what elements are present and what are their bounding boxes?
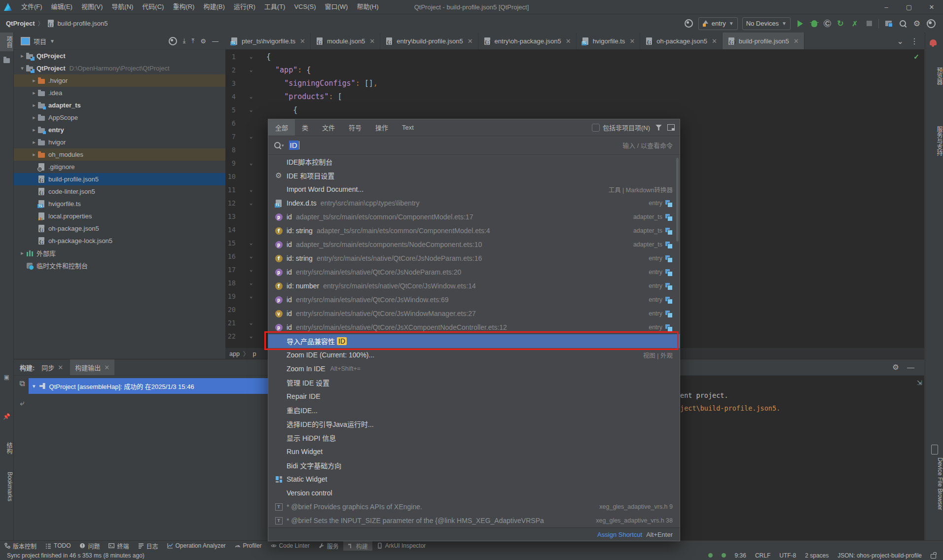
build-tab-同步[interactable]: 同步✕: [36, 359, 68, 375]
menu-item-帮助(H)[interactable]: 帮助(H): [352, 0, 383, 14]
close-tab-icon[interactable]: ✕: [369, 37, 375, 45]
tree-item-oh_modules[interactable]: ▸oh_modules: [14, 148, 225, 161]
tree-item-adapter_ts[interactable]: ▸adapter_ts: [14, 99, 225, 111]
tool-button-Operation-Analyzer[interactable]: Operation Analyzer: [163, 541, 230, 551]
close-tab-icon[interactable]: ✕: [104, 364, 109, 371]
fold-marker-icon[interactable]: ⌄: [236, 319, 266, 326]
editor-tab-oh-package.json5[interactable]: {;}oh-package.json5✕: [640, 33, 723, 49]
stop-button[interactable]: [864, 19, 874, 29]
tree-chevron-icon[interactable]: ▸: [19, 250, 26, 256]
editor-tab-module.json5[interactable]: {;}module.json5✕: [311, 33, 380, 49]
tree-chevron-icon[interactable]: ▸: [31, 127, 37, 133]
settings-gear-icon[interactable]: ⚙: [912, 19, 922, 29]
search-result-row[interactable]: 选择IDE的引导Java运行时...: [268, 417, 680, 431]
tree-item-.idea[interactable]: ▸.idea: [14, 87, 225, 99]
tool-button-Profiler[interactable]: Profiler: [230, 541, 266, 551]
module-selector[interactable]: entry▼: [698, 17, 738, 30]
account-icon[interactable]: [926, 19, 936, 29]
close-tab-icon[interactable]: ✕: [794, 37, 799, 45]
search-result-row[interactable]: videntry/src/main/ets/native/QtCore/JsWi…: [268, 307, 680, 320]
fold-marker-icon[interactable]: ⌄: [236, 186, 266, 193]
inspections-ok-icon[interactable]: ✓: [913, 53, 919, 61]
tool-button-日志[interactable]: 日志: [134, 541, 163, 551]
profiler-button[interactable]: C: [824, 20, 831, 27]
search-field[interactable]: ▾ ID 输入 / 以查看命令: [268, 136, 680, 155]
search-tab-Text[interactable]: Text: [395, 119, 421, 136]
menu-item-运行(R)[interactable]: 运行(R): [229, 0, 260, 14]
tool-button-ArkUI-Inspector[interactable]: ArkUI Inspector: [372, 541, 431, 551]
tree-item-QtProject[interactable]: ▸QtProject: [14, 50, 225, 62]
pin-icon[interactable]: 📌: [0, 411, 13, 422]
assign-shortcut-link[interactable]: Assign Shortcut: [597, 531, 642, 538]
tool-button-服务[interactable]: 服务: [314, 541, 343, 551]
tree-chevron-icon[interactable]: ▸: [31, 102, 37, 108]
search-result-row[interactable]: 重启IDE...: [268, 403, 680, 417]
project-panel-title[interactable]: 项目▼: [21, 36, 55, 46]
console-scroll-icon[interactable]: ⇲: [917, 379, 922, 386]
device-manager-icon[interactable]: [883, 19, 893, 29]
code-line[interactable]: 5⌄ {: [225, 103, 924, 116]
tool-button-终端[interactable]: 终端: [104, 541, 133, 551]
breadcrumb-app[interactable]: app: [229, 350, 240, 357]
indent-style[interactable]: 2 spaces: [805, 552, 829, 559]
stop-app-button[interactable]: ✗: [850, 19, 860, 29]
tree-item-code-linter.json5[interactable]: {;}code-linter.json5: [14, 185, 225, 198]
search-tab-类[interactable]: 类: [295, 119, 315, 136]
search-result-row[interactable]: Import Word Document...工具 | Markdown转换器: [268, 182, 680, 196]
search-tab-操作[interactable]: 操作: [368, 119, 395, 136]
menu-item-视图(V)[interactable]: 视图(V): [77, 0, 107, 14]
search-result-row[interactable]: pidadapter_ts/src/main/ets/components/No…: [268, 238, 680, 251]
file-type-schema[interactable]: JSON: ohos-project-build-profile: [837, 552, 922, 559]
close-button[interactable]: ✕: [920, 0, 943, 14]
menu-item-代码(C)[interactable]: 代码(C): [138, 0, 168, 14]
search-result-row[interactable]: pidentry/src/main/ets/native/QtCore/JsNo…: [268, 265, 680, 279]
fold-marker-icon[interactable]: ⌄: [236, 240, 266, 246]
expand-all-icon[interactable]: ⤓: [183, 37, 186, 45]
fold-marker-icon[interactable]: ⌄: [236, 106, 266, 113]
search-result-row[interactable]: Static Widget: [268, 472, 680, 486]
breadcrumb-file[interactable]: build-profile.json5: [58, 20, 108, 27]
line-separator[interactable]: CRLF: [755, 552, 770, 559]
file-encoding[interactable]: UTF-8: [779, 552, 796, 559]
editor-tab-pter-ts-hvigorfile.ts[interactable]: TSpter_ts\hvigorfile.ts✕: [225, 33, 311, 49]
fold-marker-icon[interactable]: ⌄: [236, 293, 266, 299]
export-icon[interactable]: ⧉: [19, 379, 25, 388]
search-result-row[interactable]: T* @brief Sets the INPUT_SIZE parameter …: [268, 514, 680, 527]
open-tool-icon[interactable]: ▣: [0, 372, 13, 383]
search-result-row[interactable]: fid: numberentry/src/main/ets/native/QtC…: [268, 279, 680, 293]
fold-marker-icon[interactable]: ⌄: [236, 266, 266, 273]
tree-chevron-icon[interactable]: ▸: [19, 53, 26, 59]
close-tab-icon[interactable]: ✕: [629, 37, 635, 45]
search-everywhere-icon[interactable]: [898, 19, 907, 29]
debug-button[interactable]: [809, 19, 819, 29]
tool-button-版本控制[interactable]: 版本控制: [0, 541, 41, 551]
hidden-tabs-chevron-icon[interactable]: ⌄: [897, 36, 904, 46]
tool-button-Code-Linter[interactable]: Code Linter: [266, 541, 314, 551]
fold-marker-icon[interactable]: ⌄: [236, 160, 266, 166]
fold-marker-icon[interactable]: ⌄: [236, 280, 266, 286]
sidebar-tab-device-file-browser[interactable]: Device File Browser: [925, 457, 943, 510]
search-result-row[interactable]: IDE脚本控制台: [268, 155, 680, 169]
tree-item-entry[interactable]: ▸entry: [14, 124, 225, 136]
search-result-row[interactable]: Bidi 文字基础方向: [268, 458, 680, 472]
open-in-window-icon[interactable]: [667, 124, 675, 131]
menu-item-文件(F)[interactable]: 文件(F): [17, 0, 47, 14]
device-selector[interactable]: No Devices▼: [742, 17, 791, 30]
locate-file-icon[interactable]: [169, 37, 177, 45]
tree-chevron-icon[interactable]: ▸: [31, 114, 37, 121]
menu-item-窗口(W)[interactable]: 窗口(W): [321, 0, 353, 14]
search-result-row[interactable]: T* @brief Provides graphics APIs of XEng…: [268, 500, 680, 514]
search-result-row[interactable]: fid: stringadapter_ts/src/main/ets/commo…: [268, 224, 680, 238]
hide-panel-icon[interactable]: —: [212, 37, 218, 45]
search-result-row[interactable]: 显示 HiDPI 信息: [268, 431, 680, 445]
close-tab-icon[interactable]: ✕: [58, 364, 63, 371]
search-tab-全部[interactable]: 全部: [268, 119, 295, 136]
search-query[interactable]: ID: [289, 140, 298, 150]
build-result-row[interactable]: ▾ QtProject [assembleHap]: 成功的 在2025/1/3…: [29, 378, 290, 394]
search-tab-符号[interactable]: 符号: [342, 119, 368, 136]
close-tab-icon[interactable]: ✕: [468, 37, 473, 45]
menu-item-VCS(S)[interactable]: VCS(S): [290, 0, 320, 14]
panel-settings-gear-icon[interactable]: ⚙: [200, 37, 206, 45]
tree-item-AppScope[interactable]: ▸AppScope: [14, 111, 225, 124]
menu-item-重构(R)[interactable]: 重构(R): [168, 0, 199, 14]
